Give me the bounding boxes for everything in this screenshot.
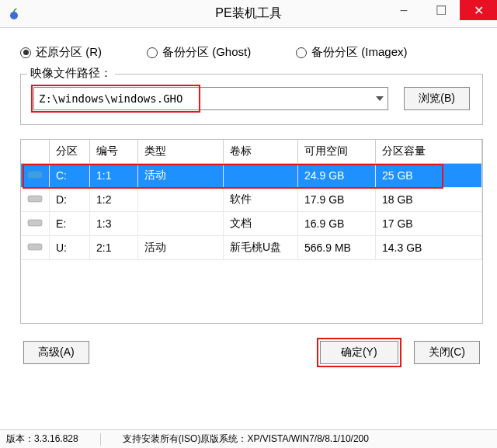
image-path-label: 映像文件路径： bbox=[27, 66, 115, 81]
image-path-input[interactable] bbox=[33, 87, 388, 110]
cell-volume bbox=[224, 164, 298, 188]
col-type: 类型 bbox=[138, 140, 224, 164]
col-number: 编号 bbox=[90, 140, 138, 164]
close-button[interactable]: ✕ bbox=[460, 0, 497, 20]
cell-free: 566.9 MB bbox=[298, 236, 376, 260]
radio-backup-ghost[interactable]: 备份分区 (Ghost) bbox=[147, 45, 251, 60]
close-dialog-button[interactable]: 关闭(C) bbox=[414, 341, 480, 364]
svg-rect-1 bbox=[28, 172, 42, 178]
minimize-button[interactable]: – bbox=[385, 0, 422, 20]
disk-icon bbox=[27, 194, 43, 203]
cell-capacity: 17 GB bbox=[376, 212, 482, 236]
radio-label: 备份分区 (Imagex) bbox=[311, 45, 407, 60]
cell-number: 1:1 bbox=[90, 164, 138, 188]
svg-point-0 bbox=[10, 12, 18, 19]
cell-volume: 新毛桃U盘 bbox=[224, 236, 298, 260]
window-controls: – ☐ ✕ bbox=[385, 0, 497, 20]
cell-partition: E: bbox=[50, 212, 90, 236]
cell-number: 1:3 bbox=[90, 212, 138, 236]
cell-capacity: 25 GB bbox=[376, 164, 482, 188]
cell-capacity: 14.3 GB bbox=[376, 236, 482, 260]
radio-label: 还原分区 (R) bbox=[36, 45, 102, 60]
app-icon bbox=[8, 8, 20, 20]
col-capacity: 分区容量 bbox=[376, 140, 482, 164]
disk-icon bbox=[27, 242, 43, 252]
cell-partition: D: bbox=[50, 188, 90, 212]
radio-icon bbox=[296, 47, 307, 58]
cell-capacity: 18 GB bbox=[376, 188, 482, 212]
cell-volume: 软件 bbox=[224, 188, 298, 212]
titlebar: PE装机工具 – ☐ ✕ bbox=[0, 0, 497, 28]
disk-icon bbox=[27, 218, 43, 227]
button-row: 高级(A) 确定(Y) 关闭(C) bbox=[20, 341, 483, 364]
cell-type bbox=[138, 188, 224, 212]
cell-type bbox=[138, 212, 224, 236]
browse-button[interactable]: 浏览(B) bbox=[404, 87, 470, 110]
radio-backup-imagex[interactable]: 备份分区 (Imagex) bbox=[296, 45, 407, 60]
col-partition: 分区 bbox=[50, 140, 90, 164]
table-row[interactable]: D:1:2软件17.9 GB18 GB bbox=[21, 188, 482, 212]
image-path-combo-wrap bbox=[33, 87, 388, 110]
cell-free: 16.9 GB bbox=[298, 212, 376, 236]
svg-rect-3 bbox=[28, 220, 42, 226]
cell-type: 活动 bbox=[138, 164, 224, 188]
cell-partition: U: bbox=[50, 236, 90, 260]
radio-icon bbox=[147, 47, 158, 58]
table-header-row: 分区 编号 类型 卷标 可用空间 分区容量 bbox=[21, 140, 482, 164]
partition-table: 分区 编号 类型 卷标 可用空间 分区容量 C:1:1活动24.9 GB25 G… bbox=[20, 139, 483, 324]
table-row[interactable]: E:1:3文档16.9 GB17 GB bbox=[21, 212, 482, 236]
cell-free: 24.9 GB bbox=[298, 164, 376, 188]
version-text: 版本：3.3.16.828 bbox=[6, 432, 78, 446]
cell-number: 1:2 bbox=[90, 188, 138, 212]
cell-type: 活动 bbox=[138, 236, 224, 260]
radio-restore[interactable]: 还原分区 (R) bbox=[20, 45, 102, 60]
col-free: 可用空间 bbox=[298, 140, 376, 164]
table-row[interactable]: C:1:1活动24.9 GB25 GB bbox=[21, 164, 482, 188]
cell-free: 17.9 GB bbox=[298, 188, 376, 212]
ok-button[interactable]: 确定(Y) bbox=[320, 341, 398, 364]
advanced-button[interactable]: 高级(A) bbox=[23, 341, 89, 364]
cell-volume: 文档 bbox=[224, 212, 298, 236]
status-bar: 版本：3.3.16.828 支持安装所有(ISO)原版系统：XP/VISTA/W… bbox=[0, 429, 497, 448]
col-volume: 卷标 bbox=[224, 140, 298, 164]
radio-icon bbox=[20, 47, 31, 58]
radio-label: 备份分区 (Ghost) bbox=[162, 45, 251, 60]
cell-number: 2:1 bbox=[90, 236, 138, 260]
mode-radio-group: 还原分区 (R) 备份分区 (Ghost) 备份分区 (Imagex) bbox=[20, 45, 483, 60]
support-text: 支持安装所有(ISO)原版系统：XP/VISTA/WIN7/8/8.1/10/2… bbox=[123, 432, 369, 446]
disk-icon bbox=[27, 170, 43, 179]
cell-partition: C: bbox=[50, 164, 90, 188]
table-row[interactable]: U:2:1活动新毛桃U盘566.9 MB14.3 GB bbox=[21, 236, 482, 260]
image-path-group: 映像文件路径： 浏览(B) bbox=[20, 74, 483, 125]
svg-rect-2 bbox=[28, 196, 42, 202]
maximize-button[interactable]: ☐ bbox=[422, 0, 460, 20]
svg-rect-4 bbox=[28, 244, 42, 250]
